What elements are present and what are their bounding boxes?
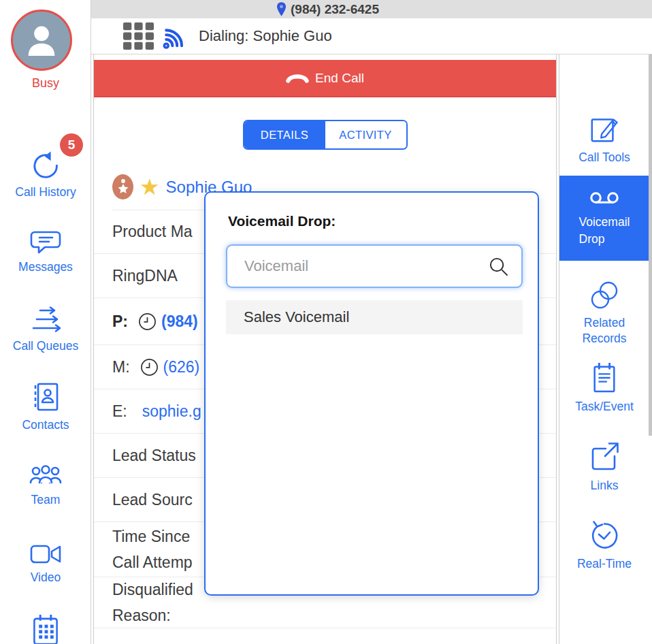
field-value: Product Ma <box>112 223 193 241</box>
sidebar-item-task-event[interactable]: Task/Event <box>559 362 649 415</box>
sidebar-item-label: Real-Time <box>577 556 632 572</box>
call-history-icon <box>31 150 61 180</box>
field-value: Lead Status <box>112 447 196 465</box>
user-avatar[interactable] <box>11 10 72 71</box>
sidebar-item-label: Links <box>591 478 619 494</box>
field-value: Lead Sourc <box>112 491 193 509</box>
right-sidebar: Call Tools Voicemail Drop Related Record… <box>559 54 649 644</box>
sidebar-item-call-queues[interactable]: Call Queues <box>0 306 91 353</box>
call-header: Dialing: Sophie Guo <box>91 18 652 54</box>
call-queues-icon <box>31 306 61 334</box>
field-prefix: M: <box>112 358 130 376</box>
location-pin-icon <box>277 2 286 16</box>
sidebar-item-real-time[interactable]: Real-Time <box>559 518 649 572</box>
lead-star-person-icon <box>112 174 133 199</box>
voicemail-drop-modal: Voicemail Drop: Sales Voicemail <box>204 191 539 596</box>
sidebar-item-contacts[interactable]: Contacts <box>0 381 91 432</box>
sidebar-item-related-records[interactable]: Related Records <box>559 279 649 347</box>
links-icon <box>589 441 620 472</box>
field-value: Disqualified <box>112 577 193 602</box>
voicemail-result-item[interactable]: Sales Voicemail <box>226 300 523 334</box>
end-call-button[interactable]: End Call <box>94 60 556 97</box>
sidebar-item-label: Contacts <box>22 418 69 432</box>
field-value: Call Attemp <box>112 549 193 575</box>
clock-icon <box>140 358 159 376</box>
sidebar-item-label: Related Records <box>582 315 626 347</box>
team-icon <box>29 464 63 487</box>
sidebar-item-label: Team <box>31 493 61 506</box>
call-history-badge: 5 <box>60 133 83 157</box>
search-icon <box>488 256 509 277</box>
sidebar-item-label: Call Queues <box>13 339 78 353</box>
sidebar-item-label: Call Tools <box>578 150 630 165</box>
sidebar-item-label: Call History <box>15 185 76 199</box>
field-prefix: E: <box>112 402 127 421</box>
field-value: Reason: <box>112 602 171 628</box>
clock-icon <box>138 312 157 331</box>
voicemail-search-box <box>226 244 523 288</box>
dialpad-grid-icon[interactable] <box>123 22 154 50</box>
user-avatar-icon <box>22 20 61 60</box>
sidebar-item-video[interactable]: Video <box>0 543 91 584</box>
task-event-icon <box>590 362 619 393</box>
sidebar-item-call-history[interactable]: Call History <box>0 150 91 199</box>
email-link[interactable]: sophie.g <box>142 402 201 421</box>
end-call-label: End Call <box>315 71 364 86</box>
dialing-title: Dialing: Sophie Guo <box>199 27 332 45</box>
presence-status-label: Busy <box>0 76 91 91</box>
sidebar-item-call-tools[interactable]: Call Tools <box>559 113 649 165</box>
phone-link[interactable]: (984) <box>161 312 198 331</box>
sidebar-item-label: Messages <box>18 260 73 274</box>
sidebar-item-label: Task/Event <box>575 399 634 415</box>
sidebar-item-messages[interactable]: Messages <box>0 230 91 274</box>
field-prefix: P: <box>112 312 128 331</box>
tab-details[interactable]: DETAILS <box>244 121 325 148</box>
calendar-icon <box>30 615 61 644</box>
scrollbar-thumb[interactable] <box>649 54 652 436</box>
detail-tabs: DETAILS ACTIVITY <box>243 120 408 150</box>
messages-icon <box>30 230 61 255</box>
voicemail-search-input[interactable] <box>244 257 488 275</box>
related-records-icon <box>588 279 621 312</box>
sidebar-item-label: Video <box>31 570 61 584</box>
sidebar-item-calendar[interactable] <box>0 615 91 644</box>
call-tools-icon <box>588 113 621 144</box>
voicemail-icon <box>589 189 620 207</box>
real-time-icon <box>588 518 621 551</box>
sidebar-item-voicemail-drop[interactable]: Voicemail Drop <box>559 176 649 261</box>
end-call-icon <box>286 72 309 84</box>
contacts-icon <box>30 381 61 413</box>
sidebar-item-links[interactable]: Links <box>559 441 649 494</box>
modal-title: Voicemail Drop: <box>228 213 336 229</box>
tab-activity[interactable]: ACTIVITY <box>325 121 406 148</box>
signal-logo-icon <box>161 21 189 52</box>
sidebar-item-team[interactable]: Team <box>0 464 91 506</box>
mobile-link[interactable]: (626) <box>163 358 200 376</box>
field-value: RingDNA <box>112 267 178 285</box>
caller-id-bar: (984) 232-6425 <box>91 0 652 18</box>
left-sidebar: Busy Call History 5 Messages Call Queues <box>0 0 91 644</box>
field-value: Time Since <box>112 524 190 549</box>
sidebar-item-label: Voicemail Drop <box>579 214 630 248</box>
caller-phone-number: (984) 232-6425 <box>291 2 379 17</box>
favorite-star-icon[interactable]: ★ <box>140 176 160 198</box>
video-icon <box>30 543 61 565</box>
ringdna-dialer-app: Busy Call History 5 Messages Call Queues <box>0 0 652 644</box>
